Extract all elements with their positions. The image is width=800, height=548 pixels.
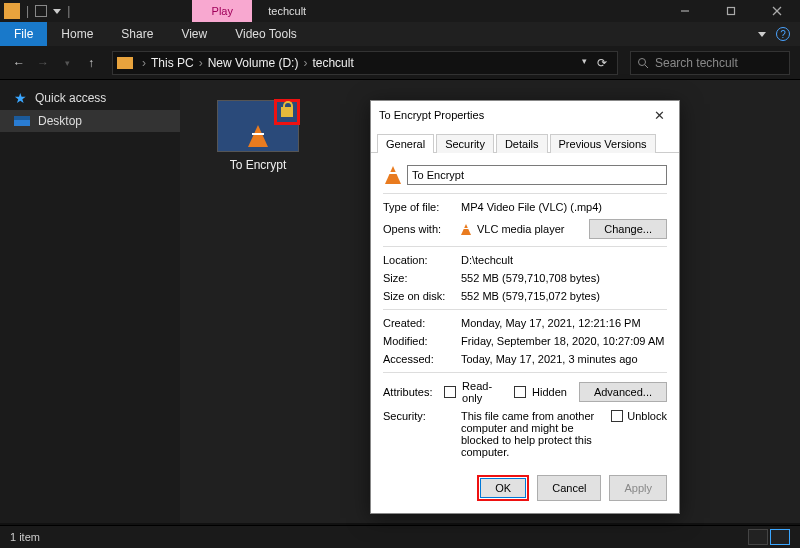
window-title: techcult [260,5,314,17]
crumb-folder[interactable]: techcult [310,56,355,70]
address-dropdown-icon[interactable]: ▾ [582,56,587,70]
file-item[interactable]: To Encrypt [210,100,306,172]
search-icon [637,57,649,69]
folder-app-icon [4,3,20,19]
label-type: Type of file: [383,201,461,213]
svg-line-5 [645,65,648,68]
value-modified: Friday, September 18, 2020, 10:27:09 AM [461,335,667,347]
value-location: D:\techcult [461,254,667,266]
sidebar-quick-access[interactable]: ★ Quick access [0,86,180,110]
tab-details[interactable]: Details [496,134,548,153]
hidden-checkbox[interactable] [514,386,526,398]
tab-general[interactable]: General [377,134,434,153]
ribbon-collapse-icon[interactable] [758,32,766,37]
label-readonly: Read-only [462,380,495,404]
highlight-box [274,99,300,125]
label-location: Location: [383,254,461,266]
ribbon-file[interactable]: File [0,22,47,46]
sidebar-label: Quick access [35,91,106,105]
value-created: Monday, May 17, 2021, 12:21:16 PM [461,317,667,329]
address-bar-row: ← → ▾ ↑ › This PC › New Volume (D:) › te… [0,46,800,80]
properties-dialog: To Encrypt Properties ✕ General Security… [370,100,680,514]
back-button[interactable]: ← [10,56,28,70]
sidebar-label: Desktop [38,114,82,128]
ribbon-video-tools[interactable]: Video Tools [221,22,311,46]
label-attributes: Attributes: [383,386,444,398]
chevron-right-icon[interactable]: › [300,56,310,70]
ribbon-view[interactable]: View [167,22,221,46]
ribbon-share[interactable]: Share [107,22,167,46]
lock-icon [281,107,293,117]
checkbox-icon[interactable] [35,5,47,17]
tab-previous-versions[interactable]: Previous Versions [550,134,656,153]
change-button[interactable]: Change... [589,219,667,239]
label-unblock: Unblock [627,410,667,422]
value-type: MP4 Video File (VLC) (.mp4) [461,201,667,213]
titlebar: | | Play techcult [0,0,800,22]
status-text: 1 item [10,531,40,543]
chevron-right-icon[interactable]: › [139,56,149,70]
apply-button[interactable]: Apply [609,475,667,501]
sidebar-desktop[interactable]: Desktop [0,110,180,132]
refresh-icon[interactable]: ⟳ [597,56,607,70]
highlight-box: OK [477,475,529,501]
status-bar: 1 item [0,525,800,548]
dialog-title: To Encrypt Properties [379,109,647,121]
readonly-checkbox[interactable] [444,386,456,398]
divider: | [26,4,29,18]
star-icon: ★ [14,90,27,106]
dialog-close-button[interactable]: ✕ [647,108,671,123]
ribbon-home[interactable]: Home [47,22,107,46]
security-text: This file came from another computer and… [461,410,605,458]
address-bar[interactable]: › This PC › New Volume (D:) › techcult ▾… [112,51,618,75]
crumb-this-pc[interactable]: This PC [149,56,196,70]
value-size-on-disk: 552 MB (579,715,072 bytes) [461,290,667,302]
divider: | [67,4,70,18]
cancel-button[interactable]: Cancel [537,475,601,501]
view-details-button[interactable] [748,529,768,545]
svg-point-4 [639,58,646,65]
dialog-titlebar[interactable]: To Encrypt Properties ✕ [371,101,679,129]
vlc-icon [461,224,471,235]
maximize-button[interactable] [708,0,754,22]
label-size-on-disk: Size on disk: [383,290,461,302]
search-box[interactable]: Search techcult [630,51,790,75]
nav-sidebar: ★ Quick access Desktop [0,80,180,523]
unblock-checkbox[interactable] [611,410,623,422]
label-hidden: Hidden [532,386,567,398]
dialog-tabs: General Security Details Previous Versio… [371,129,679,153]
label-size: Size: [383,272,461,284]
search-placeholder: Search techcult [655,56,738,70]
label-created: Created: [383,317,461,329]
label-accessed: Accessed: [383,353,461,365]
tab-security[interactable]: Security [436,134,494,153]
ribbon: File Home Share View Video Tools ? [0,22,800,46]
desktop-icon [14,116,30,126]
vlc-icon [385,166,401,184]
label-modified: Modified: [383,335,461,347]
recent-dropdown[interactable]: ▾ [58,58,76,68]
advanced-button[interactable]: Advanced... [579,382,667,402]
label-opens-with: Opens with: [383,223,461,235]
label-security: Security: [383,410,461,422]
help-icon[interactable]: ? [776,27,790,41]
qa-dropdown-icon[interactable] [53,9,61,14]
file-name-label: To Encrypt [210,158,306,172]
minimize-button[interactable] [662,0,708,22]
video-thumbnail [217,100,299,152]
context-tab-play[interactable]: Play [192,0,252,22]
view-icons-button[interactable] [770,529,790,545]
close-button[interactable] [754,0,800,22]
value-opens-with: VLC media player [477,223,564,235]
file-name-input[interactable] [407,165,667,185]
folder-icon [117,57,133,69]
forward-button[interactable]: → [34,56,52,70]
value-size: 552 MB (579,710,708 bytes) [461,272,667,284]
value-accessed: Today, May 17, 2021, 3 minutes ago [461,353,667,365]
vlc-icon [248,125,268,147]
up-button[interactable]: ↑ [82,56,100,70]
ok-button[interactable]: OK [480,478,526,498]
crumb-drive[interactable]: New Volume (D:) [206,56,301,70]
svg-rect-1 [728,8,735,15]
chevron-right-icon[interactable]: › [196,56,206,70]
